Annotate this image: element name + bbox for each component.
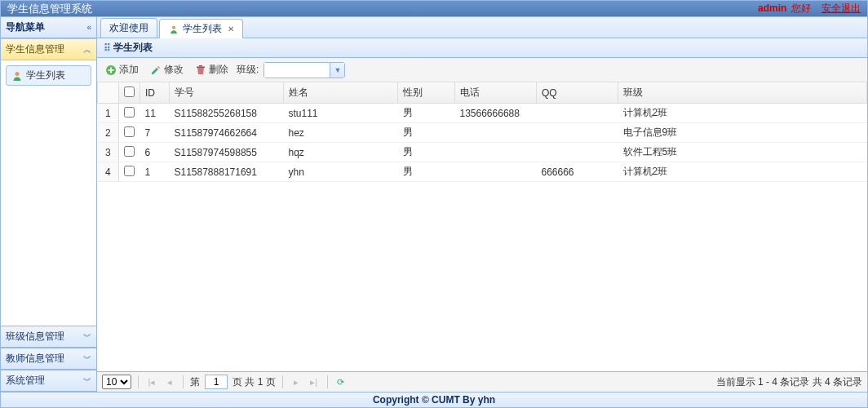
- pager: 10 |◂ ◂ 第 页 共 1 页 ▸ ▸| ⟳ 当前显示 1 - 4 条记录 …: [97, 371, 867, 392]
- app-title: 学生信息管理系统: [7, 2, 92, 16]
- col-class[interactable]: 班级: [618, 82, 867, 104]
- rownum-cell: 2: [98, 123, 119, 143]
- name-cell: yhn: [284, 162, 398, 182]
- col-name[interactable]: 姓名: [284, 82, 398, 104]
- sex-cell: 男: [398, 162, 455, 182]
- last-page-button[interactable]: ▸|: [308, 375, 321, 388]
- col-rownum: [98, 82, 119, 104]
- tabstrip: 欢迎使用 学生列表 ✕: [97, 17, 867, 38]
- table-header-row: ID 学号 姓名 性别 电话 QQ 班级: [98, 82, 867, 104]
- close-icon[interactable]: ✕: [228, 24, 234, 33]
- class-cell: 计算机2班: [618, 104, 867, 123]
- accordion-teacher-mgmt[interactable]: 教师信息管理 ︾: [1, 348, 96, 370]
- tab-label: 欢迎使用: [109, 21, 148, 35]
- accordion-system-mgmt[interactable]: 系统管理 ︾: [1, 370, 96, 392]
- panel-title: 学生列表: [113, 41, 153, 55]
- sno-cell: S11587974662664: [170, 123, 284, 143]
- current-user: admin: [758, 2, 786, 14]
- app-header: 学生信息管理系统 admin 您好 安全退出: [1, 1, 867, 17]
- delete-button[interactable]: 删除: [192, 61, 232, 78]
- row-checkbox[interactable]: [124, 107, 135, 118]
- class-cell: 电子信息9班: [618, 123, 867, 143]
- data-grid: ID 学号 姓名 性别 电话 QQ 班级 111S11588255268158s…: [97, 82, 867, 371]
- greeting-text: 您好: [791, 2, 811, 14]
- accordion-label: 学生信息管理: [6, 42, 64, 56]
- col-checkbox: [119, 82, 140, 104]
- col-qq[interactable]: QQ: [537, 82, 618, 104]
- sidebar-item-label: 学生列表: [26, 69, 65, 82]
- add-button[interactable]: 添加: [102, 61, 142, 78]
- select-all-checkbox[interactable]: [124, 86, 135, 97]
- footer: Copyright © CUMT By yhn: [1, 392, 867, 407]
- chevron-down-icon: ︾: [83, 375, 91, 387]
- class-cell: 计算机2班: [618, 162, 867, 182]
- chevron-down-icon[interactable]: ▼: [330, 63, 344, 78]
- page-size-select[interactable]: 10: [102, 375, 131, 389]
- qq-cell: [537, 104, 618, 123]
- toolbar: 添加 修改 删除 班级:: [97, 58, 867, 82]
- accordion-label: 系统管理: [6, 374, 45, 388]
- person-icon: [11, 70, 23, 82]
- svg-rect-3: [197, 66, 205, 68]
- separator: [183, 375, 184, 388]
- separator: [282, 375, 283, 388]
- table-row[interactable]: 36S11587974598855hqz男软件工程5班: [98, 143, 867, 162]
- svg-point-1: [172, 25, 175, 29]
- pager-info: 当前显示 1 - 4 条记录 共 4 条记录: [716, 375, 862, 389]
- checkbox-cell: [119, 104, 140, 123]
- class-filter-combo[interactable]: ▼: [264, 62, 345, 78]
- prev-page-button[interactable]: ◂: [163, 375, 176, 388]
- rownum-cell: 4: [98, 162, 119, 182]
- name-cell: hqz: [284, 143, 398, 162]
- tel-cell: [455, 123, 537, 143]
- trash-icon: [195, 64, 206, 76]
- col-id[interactable]: ID: [140, 82, 170, 104]
- qq-cell: [537, 123, 618, 143]
- table-row[interactable]: 41S11587888171691yhn男666666计算机2班: [98, 162, 867, 182]
- col-sno[interactable]: 学号: [170, 82, 284, 104]
- class-filter-input[interactable]: [264, 63, 330, 78]
- rownum-cell: 1: [98, 104, 119, 123]
- row-checkbox[interactable]: [124, 146, 135, 157]
- name-cell: hez: [284, 123, 398, 143]
- sidebar-header: 导航菜单 «: [1, 17, 96, 38]
- person-icon: [168, 24, 179, 35]
- edit-button[interactable]: 修改: [147, 61, 187, 78]
- id-cell: 11: [140, 104, 170, 123]
- accordion-label: 班级信息管理: [6, 330, 64, 344]
- row-checkbox[interactable]: [124, 126, 135, 137]
- sidebar: 导航菜单 « 学生信息管理 ︽ 学生列表 班级信息管理: [1, 17, 97, 392]
- id-cell: 6: [140, 143, 170, 162]
- checkbox-cell: [119, 123, 140, 143]
- sidebar-item-student-list[interactable]: 学生列表: [6, 65, 91, 86]
- chevron-down-icon: ︾: [83, 353, 91, 365]
- current-page-input[interactable]: [205, 375, 228, 389]
- accordion-student-mgmt[interactable]: 学生信息管理 ︽: [1, 38, 96, 60]
- qq-cell: [537, 143, 618, 162]
- table-row[interactable]: 111S11588255268158stu111男13566666688计算机2…: [98, 104, 867, 123]
- table-row[interactable]: 27S11587974662664hez男电子信息9班: [98, 123, 867, 143]
- col-sex[interactable]: 性别: [398, 82, 455, 104]
- chevron-up-icon: ︽: [83, 44, 91, 55]
- refresh-button[interactable]: ⟳: [334, 375, 348, 388]
- next-page-button[interactable]: ▸: [290, 375, 303, 388]
- sex-cell: 男: [398, 104, 455, 123]
- tab-label: 学生列表: [183, 22, 222, 36]
- collapse-sidebar-icon[interactable]: «: [86, 23, 91, 32]
- tel-cell: [455, 143, 537, 162]
- panel-header: ⠿ 学生列表: [97, 38, 867, 58]
- first-page-button[interactable]: |◂: [145, 375, 158, 388]
- logout-link[interactable]: 安全退出: [822, 2, 861, 14]
- row-checkbox[interactable]: [124, 166, 135, 176]
- header-right: admin 您好 安全退出: [758, 2, 861, 16]
- tab-welcome[interactable]: 欢迎使用: [100, 18, 157, 38]
- page-after-label: 页 共 1 页: [232, 375, 276, 389]
- sno-cell: S11587888171691: [170, 162, 284, 182]
- accordion-class-mgmt[interactable]: 班级信息管理 ︾: [1, 326, 96, 348]
- sno-cell: S11588255268158: [170, 104, 284, 123]
- chevron-down-icon: ︾: [83, 331, 91, 343]
- col-tel[interactable]: 电话: [455, 82, 537, 104]
- class-filter-label: 班级:: [237, 63, 259, 77]
- grip-icon: ⠿: [104, 42, 110, 54]
- tab-student-list[interactable]: 学生列表 ✕: [159, 19, 243, 38]
